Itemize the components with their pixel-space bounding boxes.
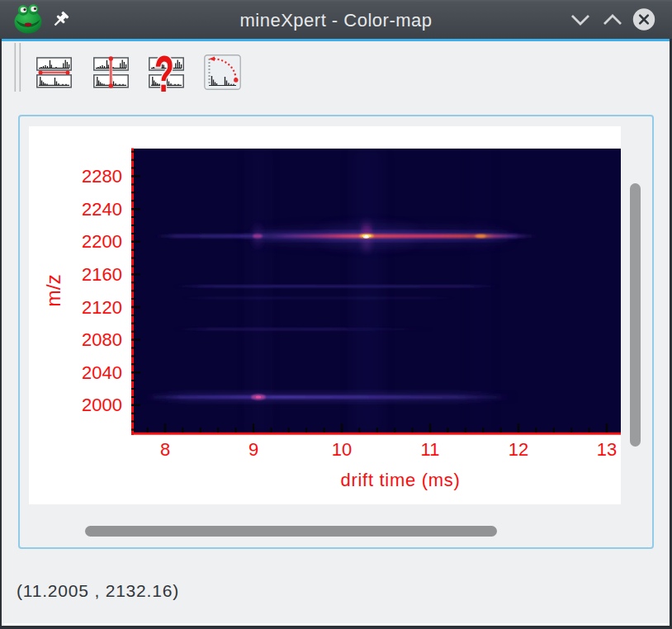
svg-text:m/z: m/z	[42, 274, 64, 306]
svg-text:2040: 2040	[82, 362, 122, 383]
svg-text:2080: 2080	[82, 329, 122, 350]
svg-text:13: 13	[597, 439, 617, 460]
svg-text:12: 12	[509, 439, 528, 460]
svg-text:2000: 2000	[82, 395, 122, 415]
svg-text:9: 9	[248, 439, 258, 460]
svg-text:8: 8	[160, 439, 170, 460]
svg-text:?: ?	[154, 45, 174, 103]
svg-text:11: 11	[421, 439, 440, 460]
svg-text:drift time (ms): drift time (ms)	[341, 470, 461, 490]
svg-text:2280: 2280	[82, 166, 122, 187]
svg-text:2160: 2160	[82, 264, 122, 285]
svg-text:2200: 2200	[82, 231, 122, 252]
svg-text:10: 10	[332, 439, 352, 460]
svg-text:2120: 2120	[82, 297, 122, 318]
svg-text:2240: 2240	[82, 199, 122, 220]
